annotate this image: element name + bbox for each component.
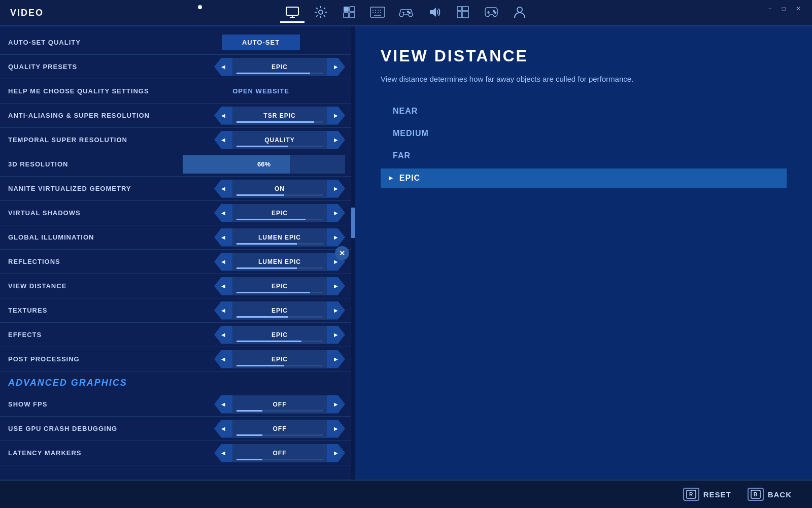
gpu-crash-left[interactable] [214, 420, 232, 438]
textures-right[interactable] [327, 301, 345, 320]
scrollbar-thumb[interactable] [351, 208, 355, 238]
svg-rect-0 [286, 7, 298, 15]
svg-point-30 [495, 12, 496, 13]
settings-list: AUTO-SET QUALITY AUTO-SET QUALITY PRESET… [0, 26, 355, 469]
anti-aliasing-label: ANTI-ALIASING & SUPER RESOLUTION [8, 112, 214, 119]
latency-markers-left[interactable] [214, 444, 232, 462]
reset-button[interactable]: R RESET [683, 488, 731, 501]
post-processing-control: EPIC [214, 350, 345, 368]
reflections-label: REFLECTIONS [8, 258, 214, 265]
page-title: VIDEO [10, 8, 44, 18]
gpu-crash-right[interactable] [327, 420, 345, 438]
global-illumination-value: LUMEN EPIC [258, 234, 301, 241]
virtual-shadows-right[interactable] [327, 204, 345, 222]
scrollbar[interactable] [351, 26, 355, 480]
option-near[interactable]: NEAR [381, 101, 787, 121]
close-button[interactable]: ✕ [793, 4, 804, 13]
epic-arrow: ▶ [389, 175, 395, 181]
post-processing-left[interactable] [214, 350, 232, 368]
nav-keyboard[interactable] [365, 3, 390, 23]
virtual-shadows-control: EPIC [214, 204, 345, 222]
nav-grid[interactable] [451, 3, 475, 23]
setting-help-choose: HELP ME CHOOSE QUALITY SETTINGS OPEN WEB… [0, 79, 355, 104]
global-illumination-left[interactable] [214, 228, 232, 247]
tsr-right[interactable] [327, 131, 345, 149]
anti-aliasing-left[interactable] [214, 107, 232, 125]
close-panel-button[interactable]: ✕ [335, 246, 349, 260]
back-button[interactable]: B BACK [748, 488, 792, 501]
nav-gear[interactable] [309, 3, 333, 23]
virtual-shadows-left[interactable] [214, 204, 232, 222]
effects-value: EPIC [272, 331, 288, 338]
svg-rect-7 [350, 13, 355, 18]
nav-controller[interactable] [479, 3, 503, 23]
show-fps-left[interactable] [214, 395, 232, 414]
nav-gamepad2[interactable] [394, 3, 418, 23]
global-illumination-right[interactable] [327, 228, 345, 247]
svg-rect-26 [462, 12, 468, 18]
advanced-graphics-header: ADVANCED GRAPHICS [0, 371, 355, 392]
effects-right[interactable] [327, 326, 345, 344]
svg-rect-24 [462, 7, 468, 11]
global-illumination-control: LUMEN EPIC [214, 228, 345, 247]
reflections-left[interactable] [214, 253, 232, 271]
auto-set-button[interactable]: AUTO-SET [222, 35, 300, 50]
option-epic-label: EPIC [399, 174, 420, 183]
quality-presets-left[interactable] [214, 58, 232, 76]
svg-rect-6 [344, 13, 349, 18]
view-distance-right[interactable] [327, 277, 345, 295]
svg-text:R: R [689, 492, 693, 497]
effects-control: EPIC [214, 326, 345, 344]
quality-presets-value-wrap: EPIC [232, 58, 327, 76]
option-epic[interactable]: ▶ EPIC [381, 168, 787, 188]
nanite-right[interactable] [327, 180, 345, 198]
svg-rect-25 [457, 12, 461, 18]
open-website-button[interactable]: OPEN WEBSITE [212, 83, 310, 99]
gpu-crash-value-wrap: OFF [232, 420, 327, 438]
option-medium[interactable]: MEDIUM [381, 124, 787, 143]
latency-markers-value: OFF [273, 450, 287, 457]
option-far[interactable]: FAR [381, 146, 787, 165]
nav-icons [280, 3, 532, 23]
virtual-shadows-value: EPIC [272, 210, 288, 217]
anti-aliasing-right[interactable] [327, 107, 345, 125]
setting-quality-presets: QUALITY PRESETS EPIC [0, 55, 355, 79]
effects-left[interactable] [214, 326, 232, 344]
gpu-crash-label: USE GPU CRASH DEBUGGING [8, 425, 214, 432]
tsr-left[interactable] [214, 131, 232, 149]
reset-label: RESET [703, 490, 731, 499]
textures-left[interactable] [214, 301, 232, 320]
virtual-shadows-label: VIRTUAL SHADOWS [8, 209, 214, 217]
nav-user[interactable] [507, 3, 532, 23]
temporal-super-resolution-control: QUALITY [214, 131, 345, 149]
nanite-left[interactable] [214, 180, 232, 198]
textures-value: EPIC [272, 307, 288, 314]
setting-gpu-crash: USE GPU CRASH DEBUGGING OFF [0, 417, 355, 441]
3d-resolution-value: 66% [189, 160, 339, 168]
temporal-super-resolution-label: TEMPORAL SUPER RESOLUTION [8, 136, 214, 144]
post-processing-right[interactable] [327, 350, 345, 368]
svg-point-3 [319, 10, 323, 14]
setting-post-processing: POST PROCESSING EPIC [0, 347, 355, 371]
setting-3d-resolution: 3D RESOLUTION 66% [0, 152, 355, 177]
option-list: NEAR MEDIUM FAR ▶ EPIC [381, 101, 787, 188]
latency-markers-right[interactable] [327, 444, 345, 462]
nav-audio[interactable] [422, 3, 447, 23]
nav-layout[interactable] [337, 3, 361, 23]
view-distance-left[interactable] [214, 277, 232, 295]
show-fps-right[interactable] [327, 395, 345, 414]
svg-rect-8 [370, 7, 385, 17]
right-panel: VIEW DISTANCE View distance determines h… [355, 26, 812, 480]
maximize-button[interactable]: □ [779, 4, 789, 13]
effects-value-wrap: EPIC [232, 326, 327, 344]
minimize-button[interactable]: − [765, 4, 775, 13]
nav-monitor[interactable] [280, 3, 304, 23]
view-distance-label: VIEW DISTANCE [8, 282, 214, 290]
svg-rect-5 [350, 7, 355, 12]
nanite-control: ON [214, 180, 345, 198]
3d-resolution-control[interactable]: 66% [183, 155, 345, 174]
help-choose-label: HELP ME CHOOSE QUALITY SETTINGS [8, 87, 177, 95]
quality-presets-right[interactable] [327, 58, 345, 76]
global-illumination-value-wrap: LUMEN EPIC [232, 228, 327, 247]
show-fps-control: OFF [214, 395, 345, 414]
